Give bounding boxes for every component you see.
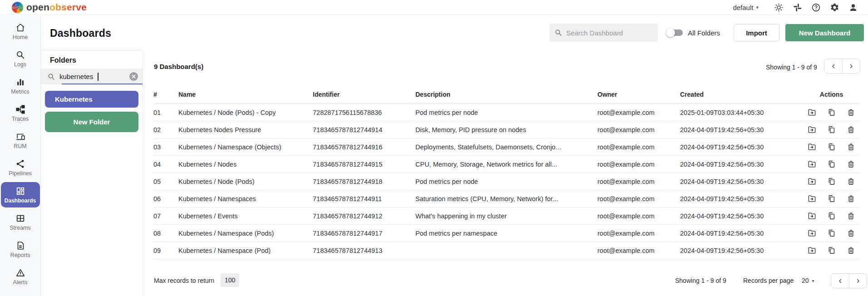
delete-icon[interactable] [847,177,856,186]
sidebar-item-traces[interactable]: Traces [0,99,40,127]
cell-created: 2024-04-09T19:42:56+05:30 [680,230,804,237]
dashboards-table: # Name Identifier Description Owner Crea… [153,85,859,259]
search-icon [15,50,25,60]
cell-name: Kubernetes / Namespace (Pod) [178,247,313,254]
table-row[interactable]: 03 Kubernetes / Namespace (Objects) 7183… [153,138,859,156]
records-per-page-select[interactable]: 20 ▾ [802,277,814,284]
sidebar-item-logs[interactable]: Logs [0,45,40,72]
move-to-folder-icon[interactable] [808,177,817,186]
brand-logo-icon [12,2,23,13]
next-page-button[interactable] [842,59,860,73]
slack-icon[interactable] [792,2,802,12]
duplicate-icon[interactable] [827,108,836,117]
account-icon[interactable] [848,2,858,12]
row-actions [804,246,859,255]
cell-name: Kubernetes / Node (Pods) - Copy [178,109,313,116]
new-folder-button[interactable]: New Folder [45,112,138,132]
clear-search-icon[interactable] [129,72,138,81]
table-row[interactable]: 05 Kubernetes / Node (Pods) 718346578781… [153,173,859,190]
row-actions [804,177,859,186]
theme-toggle-icon[interactable] [774,2,784,12]
all-folders-label: All Folders [688,29,720,37]
duplicate-icon[interactable] [827,229,836,238]
sidebar-item-home[interactable]: Home [0,18,40,45]
duplicate-icon[interactable] [827,194,836,203]
delete-icon[interactable] [847,212,856,221]
help-icon[interactable] [811,2,821,12]
cell-identifier: 7183465787812744916 [313,143,415,151]
import-button[interactable]: Import [734,24,779,41]
settings-gear-icon[interactable] [829,2,839,12]
dashboard-search-input[interactable] [566,29,653,37]
pagination-top [824,59,860,74]
table-row[interactable]: 08 Kubernetes / Namespace (Pods) 7183465… [153,225,859,242]
search-icon [554,29,562,37]
search-icon [47,73,55,81]
col-header-num: # [153,91,178,98]
table-footer: Max records to return 100 Showing 1 - 9 … [153,273,868,289]
cell-created: 2024-04-09T19:42:56+05:30 [680,161,804,168]
prev-page-button[interactable] [831,274,849,288]
delete-icon[interactable] [847,143,856,152]
table-row[interactable]: 02 Kubernetes Nodes Pressure 71834657878… [153,121,859,138]
move-to-folder-icon[interactable] [808,246,817,255]
table-row[interactable]: 06 Kubernetes / Namespaces 7183465787812… [153,190,859,207]
org-selector[interactable]: default ▾ [733,4,759,11]
duplicate-icon[interactable] [827,160,836,169]
dashboard-search[interactable] [550,24,658,42]
duplicate-icon[interactable] [827,246,836,255]
delete-icon[interactable] [847,125,856,134]
sidebar-item-dashboards[interactable]: Dashboards [1,182,40,207]
duplicate-icon[interactable] [827,177,836,186]
records-per-page-label: Records per page [743,277,794,284]
table-row[interactable]: 01 Kubernetes / Node (Pods) - Copy 72828… [153,104,859,121]
cell-owner: root@example.com [597,230,680,237]
folder-search-input[interactable]: kubernetes [41,69,143,84]
move-to-folder-icon[interactable] [808,212,817,221]
cell-num: 01 [153,109,178,116]
all-folders-toggle[interactable] [666,28,683,38]
document-icon [15,241,25,251]
move-to-folder-icon[interactable] [808,194,817,203]
move-to-folder-icon[interactable] [808,143,817,152]
sidebar-item-rum[interactable]: RUM [0,127,40,154]
sidebar-item-pipelines[interactable]: Pipelines [0,154,40,181]
all-folders-toggle-wrap: All Folders [666,28,720,38]
warning-icon [15,268,25,278]
cell-created: 2024-04-09T19:42:56+05:30 [680,212,804,220]
delete-icon[interactable] [847,246,856,255]
cell-name: Kubernetes / Events [178,212,313,220]
sidebar-item-streams[interactable]: Streams [0,208,40,236]
cell-description: What's happening in my cluster [415,212,597,220]
max-records-input[interactable]: 100 [221,273,239,287]
folder-item-kubernetes[interactable]: Kubernetes [45,91,138,108]
move-to-folder-icon[interactable] [808,229,817,238]
col-header-name: Name [178,91,313,98]
table-row[interactable]: 07 Kubernetes / Events 71834657878127449… [153,207,859,225]
duplicate-icon[interactable] [827,125,836,134]
sidebar-item-metrics[interactable]: Metrics [0,72,40,99]
move-to-folder-icon[interactable] [808,125,817,134]
new-dashboard-button[interactable]: New Dashboard [785,24,864,41]
showing-range-top: Showing 1 - 9 of 9 [766,64,817,71]
move-to-folder-icon[interactable] [808,108,817,117]
brand-logo[interactable]: openobserve [0,2,87,13]
delete-icon[interactable] [847,229,856,238]
org-selector-value: default [733,4,753,11]
delete-icon[interactable] [847,160,856,169]
duplicate-icon[interactable] [827,212,836,221]
cell-created: 2024-04-09T19:42:56+05:30 [680,247,804,254]
cell-name: Kubernetes / Namespaces [178,195,313,202]
sidebar-item-alerts[interactable]: Alerts [0,263,40,290]
next-page-button[interactable] [849,274,867,288]
chevron-down-icon: ▾ [812,278,814,283]
table-row[interactable]: 09 Kubernetes / Namespace (Pod) 71834657… [153,242,859,259]
move-to-folder-icon[interactable] [808,160,817,169]
cell-owner: root@example.com [597,247,680,254]
delete-icon[interactable] [847,194,856,203]
sidebar-item-reports[interactable]: Reports [0,236,40,263]
duplicate-icon[interactable] [827,143,836,152]
delete-icon[interactable] [847,108,856,117]
table-row[interactable]: 04 Kubernetes / Nodes 718346578781274491… [153,156,859,173]
prev-page-button[interactable] [824,59,842,73]
